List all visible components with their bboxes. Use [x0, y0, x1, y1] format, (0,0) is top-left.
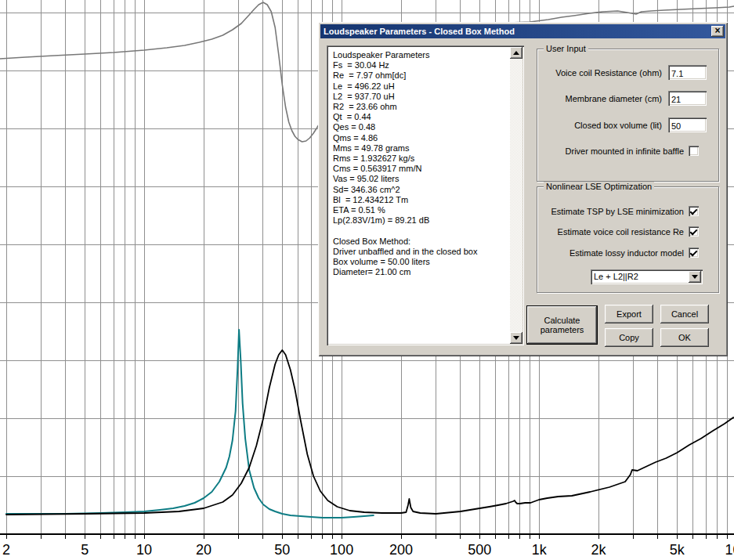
infinite-baffle-checkbox[interactable]	[689, 146, 699, 156]
calculate-parameters-label: Calculate parameters	[535, 316, 590, 334]
estimate-re-checkbox[interactable]	[689, 226, 699, 237]
parameters-scrollbar[interactable]	[510, 47, 522, 344]
export-label: Export	[616, 309, 642, 319]
infinite-baffle-label: Driver mounted in infinite baffle	[566, 146, 684, 156]
svg-text:5k: 5k	[670, 542, 685, 558]
ok-label: OK	[678, 333, 691, 342]
close-button[interactable]: ×	[711, 26, 724, 37]
dialog-title: Loudspeaker Parameters - Closed Box Meth…	[324, 27, 515, 36]
svg-text:500: 500	[468, 542, 491, 558]
svg-text:2k: 2k	[591, 542, 606, 558]
svg-text:20: 20	[196, 542, 212, 558]
estimate-tsp-checkbox[interactable]	[689, 206, 699, 216]
svg-text:10k: 10k	[725, 542, 734, 558]
copy-label: Copy	[619, 333, 639, 342]
estimate-tsp-label: Estimate TSP by LSE minimization	[551, 207, 684, 216]
export-button[interactable]: Export	[605, 305, 653, 323]
lse-optimization-group: Nonlinear LSE Optimization Estimate TSP …	[537, 186, 719, 293]
copy-button[interactable]: Copy	[605, 328, 653, 347]
svg-text:50: 50	[274, 542, 290, 558]
combo-dropdown-button[interactable]	[689, 271, 701, 283]
close-icon: ×	[714, 25, 720, 36]
membrane-diameter-label: Membrane diameter (cm)	[566, 94, 662, 103]
app-screen: 251020501002005001k2k5k10k Loudspeaker P…	[0, 0, 734, 560]
voice-coil-resistance-label: Voice coil Resistance (ohm)	[555, 68, 662, 78]
user-input-legend: User Input	[544, 44, 588, 53]
estimate-lossy-inductor-checkbox[interactable]	[689, 247, 699, 258]
parameters-text: Loudspeaker Parameters Fs = 30.04 Hz Re …	[329, 48, 508, 343]
closed-box-volume-label: Closed box volume (lit)	[574, 121, 662, 130]
svg-text:100: 100	[330, 542, 353, 558]
ok-button[interactable]: OK	[660, 328, 709, 347]
calculate-parameters-button[interactable]: Calculate parameters	[526, 305, 598, 345]
chevron-down-icon	[692, 275, 698, 279]
loudspeaker-parameters-dialog: Loudspeaker Parameters - Closed Box Meth…	[318, 22, 728, 356]
inductor-model-value: Le + L2||R2	[594, 272, 638, 281]
svg-text:200: 200	[389, 542, 413, 558]
svg-text:5: 5	[81, 542, 89, 558]
svg-text:10: 10	[136, 542, 152, 558]
voice-coil-resistance-input[interactable]	[668, 65, 707, 80]
arrow-up-icon	[513, 51, 519, 55]
dialog-titlebar[interactable]: Loudspeaker Parameters - Closed Box Meth…	[320, 24, 725, 38]
cancel-button[interactable]: Cancel	[660, 305, 709, 323]
svg-text:1k: 1k	[532, 542, 548, 558]
arrow-down-icon	[513, 336, 519, 340]
user-input-group: User Input Voice coil Resistance (ohm) M…	[537, 49, 719, 182]
lse-optimization-legend: Nonlinear LSE Optimization	[544, 182, 654, 191]
estimate-lossy-inductor-label: Estimate lossy inductor model	[569, 248, 684, 258]
cancel-label: Cancel	[671, 309, 698, 319]
estimate-re-label: Estimate voice coil resistance Re	[558, 227, 684, 237]
closed-box-volume-input[interactable]	[668, 117, 707, 132]
scroll-up-button[interactable]	[510, 47, 522, 59]
scroll-down-button[interactable]	[510, 332, 522, 344]
svg-text:2: 2	[2, 542, 10, 558]
inductor-model-select[interactable]: Le + L2||R2	[591, 269, 703, 284]
membrane-diameter-input[interactable]	[668, 91, 707, 106]
parameters-text-panel[interactable]: Loudspeaker Parameters Fs = 30.04 Hz Re …	[327, 45, 524, 345]
